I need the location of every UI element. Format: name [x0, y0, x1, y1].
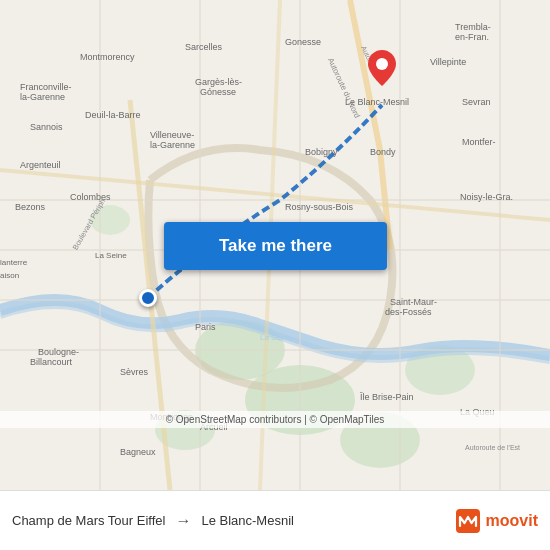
origin-label: Champ de Mars Tour Eiffel [12, 513, 165, 528]
svg-text:lanterre: lanterre [0, 258, 28, 267]
svg-text:Noisy-le-Gra.: Noisy-le-Gra. [460, 192, 513, 202]
svg-text:Argenteuil: Argenteuil [20, 160, 61, 170]
svg-text:La Seine: La Seine [95, 251, 127, 260]
moovit-logo: moovit [456, 509, 538, 533]
map-container: Autoroute du Nord Franconville- la-Garen… [0, 0, 550, 490]
destination-marker [368, 50, 396, 90]
svg-text:aison: aison [0, 271, 19, 280]
svg-text:Sèvres: Sèvres [120, 367, 149, 377]
route-info: Champ de Mars Tour Eiffel → Le Blanc-Mes… [12, 512, 456, 530]
svg-text:en-Fran.: en-Fran. [455, 32, 489, 42]
svg-text:La Seine: La Seine [260, 333, 292, 342]
svg-text:Montfer-: Montfer- [462, 137, 496, 147]
map-attribution: © OpenStreetMap contributors | © OpenMap… [0, 411, 550, 428]
destination-label: Le Blanc-Mesnil [201, 513, 294, 528]
svg-text:Boulogne-: Boulogne- [38, 347, 79, 357]
svg-text:Gargès-lès-: Gargès-lès- [195, 77, 242, 87]
svg-text:Bezons: Bezons [15, 202, 46, 212]
svg-text:Paris: Paris [195, 322, 216, 332]
svg-text:Île Brise-Pain: Île Brise-Pain [359, 392, 414, 402]
svg-text:Gonesse: Gonesse [285, 37, 321, 47]
svg-text:Gónesse: Gónesse [200, 87, 236, 97]
svg-text:Trembla-: Trembla- [455, 22, 491, 32]
svg-text:Billancourt: Billancourt [30, 357, 73, 367]
svg-text:Franconville-: Franconville- [20, 82, 72, 92]
svg-text:la-Garenne: la-Garenne [150, 140, 195, 150]
svg-text:Saint-Maur-: Saint-Maur- [390, 297, 437, 307]
info-bar: Champ de Mars Tour Eiffel → Le Blanc-Mes… [0, 490, 550, 550]
moovit-label: moovit [486, 512, 538, 530]
svg-text:Deuil-la-Barre: Deuil-la-Barre [85, 110, 141, 120]
svg-text:Le Blanc-Mesnil: Le Blanc-Mesnil [345, 97, 409, 107]
svg-text:Sevran: Sevran [462, 97, 491, 107]
svg-text:Sannois: Sannois [30, 122, 63, 132]
svg-text:Montmorency: Montmorency [80, 52, 135, 62]
svg-text:Villeneuve-: Villeneuve- [150, 130, 194, 140]
svg-point-61 [376, 58, 388, 70]
take-me-there-button[interactable]: Take me there [164, 222, 387, 270]
svg-text:Autoroute de l'Est: Autoroute de l'Est [465, 444, 520, 451]
svg-text:Villepinte: Villepinte [430, 57, 466, 67]
svg-text:la-Garenne: la-Garenne [20, 92, 65, 102]
origin-marker [139, 289, 157, 307]
svg-text:Bondy: Bondy [370, 147, 396, 157]
svg-text:Rosny-sous-Bois: Rosny-sous-Bois [285, 202, 354, 212]
svg-text:Sarcelles: Sarcelles [185, 42, 223, 52]
svg-text:Bobigny: Bobigny [305, 147, 338, 157]
svg-text:des-Fossés: des-Fossés [385, 307, 432, 317]
arrow-icon: → [175, 512, 191, 530]
svg-text:Bagneux: Bagneux [120, 447, 156, 457]
moovit-logo-icon [456, 509, 480, 533]
